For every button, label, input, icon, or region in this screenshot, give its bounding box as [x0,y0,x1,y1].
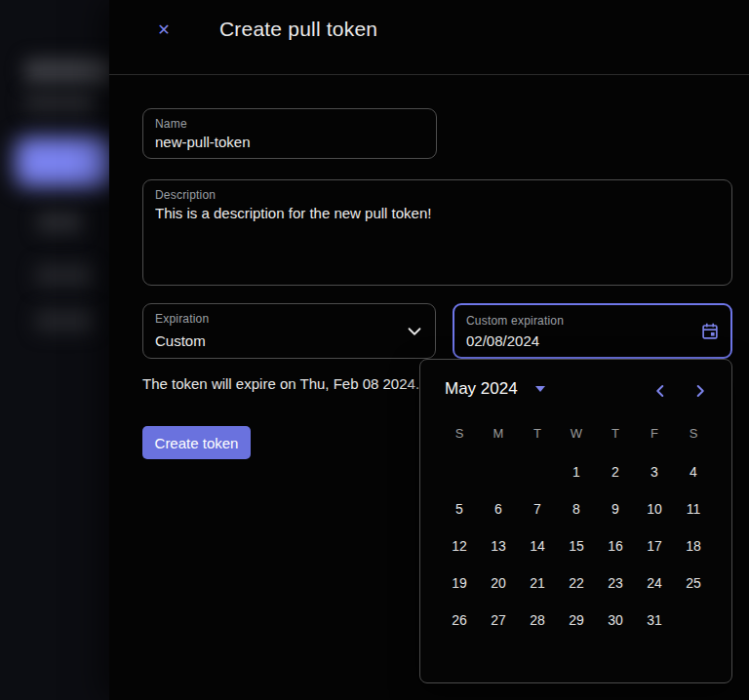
open-calendar-button[interactable] [698,321,722,344]
day-cell[interactable]: 31 [635,602,674,639]
name-input[interactable] [155,134,426,150]
day-of-week-header: M [479,420,518,446]
description-field[interactable]: Description This is a description for th… [142,179,732,286]
day-cell[interactable]: 29 [557,602,596,639]
day-cell[interactable]: 8 [557,490,596,527]
screen: ✕ Create pull token Name Description Thi… [0,0,749,700]
day-cell[interactable]: 18 [674,527,713,564]
day-cell[interactable]: 1 [557,453,596,490]
blurred-sidebar-item [37,212,82,233]
custom-expiration-field[interactable]: Custom expiration [453,303,732,359]
day-of-week-header: S [440,420,479,446]
calendar-icon [699,321,721,342]
expiration-value: Custom [155,332,425,349]
blurred-sidebar-subheading [24,92,97,113]
chevron-left-icon [650,380,671,402]
day-cell[interactable]: 9 [596,490,635,527]
day-of-week-header: S [674,420,713,446]
day-of-week-header: T [596,420,635,446]
day-cell[interactable]: 2 [596,453,635,490]
month-year-label: May 2024 [445,379,518,399]
day-cell[interactable]: 4 [674,453,713,490]
description-input[interactable]: This is a description for the new pull t… [155,205,722,278]
chevron-right-icon [690,380,711,402]
blurred-sidebar-item [35,264,94,287]
month-year-selector[interactable]: May 2024 [445,379,545,399]
day-cell[interactable]: 15 [557,527,596,564]
empty-day-cell [674,602,713,639]
day-cell[interactable]: 12 [440,527,479,564]
close-button[interactable]: ✕ [152,19,176,42]
day-cell[interactable]: 21 [518,564,557,602]
blurred-background-sidebar [0,0,112,700]
day-cell[interactable]: 7 [518,490,557,527]
expiration-select[interactable]: Expiration Custom [142,303,436,359]
day-cell[interactable]: 27 [479,602,518,639]
description-label: Description [155,188,216,202]
drawer-header: ✕ Create pull token [109,0,749,75]
previous-month-button[interactable] [649,380,672,404]
day-cell[interactable]: 22 [557,564,596,602]
close-icon: ✕ [157,21,170,38]
day-cell[interactable]: 14 [518,527,557,564]
month-dropdown-icon [535,386,545,392]
day-cell[interactable]: 11 [674,490,713,527]
blurred-primary-button [16,137,115,186]
create-token-button[interactable]: Create token [142,426,251,459]
day-cell[interactable]: 16 [596,527,635,564]
day-cell[interactable]: 28 [518,602,557,639]
blurred-sidebar-item [35,309,94,332]
day-cell[interactable]: 24 [635,564,674,602]
custom-expiration-label: Custom expiration [466,314,564,328]
custom-expiration-input[interactable] [466,332,721,349]
day-cell[interactable]: 5 [440,490,479,527]
day-of-week-header: T [518,420,557,446]
chevron-down-icon [404,321,425,342]
drawer-title: Create pull token [219,18,377,41]
empty-day-cell [518,453,557,490]
day-cell[interactable]: 3 [635,453,674,490]
expiration-label: Expiration [155,312,209,326]
day-of-week-header: F [635,420,674,446]
day-cell[interactable]: 30 [596,602,635,639]
day-cell[interactable]: 26 [440,602,479,639]
day-cell[interactable]: 20 [479,564,518,602]
day-cell[interactable]: 10 [635,490,674,527]
calendar-day-headers: SMTWTFS [440,420,713,446]
day-of-week-header: W [557,420,596,446]
calendar-grid: 1234567891011121314151617181920212223242… [440,453,713,639]
day-cell[interactable]: 23 [596,564,635,602]
name-label: Name [155,117,187,131]
day-cell[interactable]: 19 [440,564,479,602]
day-cell[interactable]: 13 [479,527,518,564]
blurred-sidebar-heading [24,58,114,84]
next-month-button[interactable] [689,380,712,404]
day-cell[interactable]: 6 [479,490,518,527]
empty-day-cell [479,453,518,490]
day-cell[interactable]: 17 [635,527,674,564]
day-cell[interactable]: 25 [674,564,713,602]
datepicker-popup: May 2024 SMTWTFS 12345678910111213141516… [419,359,732,683]
create-pull-token-drawer: ✕ Create pull token Name Description Thi… [109,0,749,700]
expiry-note: The token will expire on Thu, Feb 08 202… [142,375,419,392]
name-field[interactable]: Name [142,108,437,159]
empty-day-cell [440,453,479,490]
